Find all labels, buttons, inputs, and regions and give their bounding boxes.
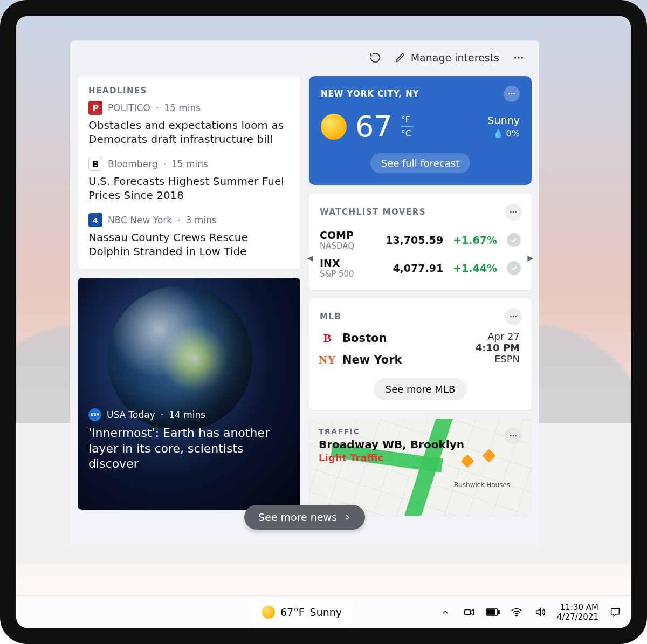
watchlist-more-icon[interactable] bbox=[505, 203, 522, 221]
team-row[interactable]: B Boston bbox=[321, 331, 402, 346]
svg-point-8 bbox=[515, 211, 517, 213]
svg-point-4 bbox=[511, 93, 513, 95]
stock-change: +1.44% bbox=[453, 262, 497, 274]
dot-sep: · bbox=[156, 102, 159, 113]
svg-point-13 bbox=[513, 435, 514, 437]
weather-more-icon[interactable] bbox=[504, 86, 520, 102]
see-full-forecast-button[interactable]: See full forecast bbox=[370, 153, 471, 173]
svg-point-1 bbox=[518, 57, 519, 58]
svg-marker-16 bbox=[471, 609, 474, 614]
taskbar-time: 11:30 AM bbox=[557, 602, 598, 612]
battery-icon[interactable] bbox=[486, 605, 500, 619]
stock-symbol: INX bbox=[320, 257, 380, 269]
news-interests-flyout: Manage interests HEADLINES P POLITICO · … bbox=[70, 40, 539, 545]
weather-location: NEW YORK CITY, NY bbox=[321, 89, 419, 99]
unit-f: °F bbox=[401, 114, 413, 125]
team-name: Boston bbox=[342, 332, 387, 345]
next-arrow-icon[interactable]: ▶ bbox=[527, 254, 533, 262]
sun-icon bbox=[321, 114, 347, 140]
game-network: ESPN bbox=[476, 353, 520, 365]
see-more-news-label: See more news bbox=[258, 511, 337, 523]
panel-toolbar: Manage interests bbox=[78, 46, 532, 76]
precip-row: 💧 0% bbox=[488, 128, 520, 139]
source-badge: 4 bbox=[88, 213, 102, 227]
news-title: U.S. Forecasts Highest Summer Fuel Price… bbox=[88, 174, 290, 202]
mets-logo-icon: NY bbox=[321, 352, 334, 367]
stock-price: 4,077.91 bbox=[389, 262, 443, 274]
time-ago: 15 mins bbox=[164, 102, 201, 113]
more-icon[interactable] bbox=[510, 49, 527, 66]
wifi-icon[interactable] bbox=[510, 605, 524, 619]
weather-condition: Sunny bbox=[488, 114, 520, 126]
game-time: 4:10 PM bbox=[476, 342, 520, 353]
check-icon[interactable] bbox=[507, 261, 521, 275]
svg-point-6 bbox=[510, 211, 512, 213]
watchlist-card: WATCHLIST MOVERS ◀ ▶ COMP NASDAQ 13,705.… bbox=[309, 194, 532, 290]
time-ago: 3 mins bbox=[186, 215, 217, 225]
news-item[interactable]: P POLITICO · 15 mins Obstacles and expec… bbox=[78, 101, 300, 157]
traffic-more-icon[interactable] bbox=[505, 427, 522, 444]
stock-index: S&P 500 bbox=[320, 269, 380, 279]
mlb-more-icon[interactable] bbox=[505, 308, 522, 325]
see-more-mlb-button[interactable]: See more MLB bbox=[374, 378, 467, 400]
unit-c: °C bbox=[401, 128, 413, 139]
svg-marker-21 bbox=[536, 608, 541, 615]
precip-value: 0% bbox=[506, 128, 520, 139]
taskbar: 67°F Sunny 11:30 AM 4/27/2021 bbox=[16, 595, 631, 628]
news-item[interactable]: 4 NBC New York · 3 mins Nassau County Cr… bbox=[78, 213, 300, 269]
taskbar-condition: Sunny bbox=[310, 606, 342, 618]
traffic-location: Broadway WB, Brooklyn bbox=[319, 438, 464, 451]
volume-icon[interactable] bbox=[533, 605, 547, 619]
action-center-icon[interactable] bbox=[608, 605, 622, 619]
manage-interests-label: Manage interests bbox=[411, 52, 499, 64]
news-item[interactable]: B Bloomberg · 15 mins U.S. Forecasts Hig… bbox=[78, 157, 300, 213]
time-ago: 15 mins bbox=[171, 159, 208, 169]
source-badge: B bbox=[88, 157, 102, 171]
source-badge: USA bbox=[88, 408, 101, 421]
svg-point-9 bbox=[510, 316, 512, 318]
chevron-right-icon bbox=[343, 513, 351, 521]
headlines-header: HEADLINES bbox=[88, 86, 147, 95]
weather-card[interactable]: NEW YORK CITY, NY 67 °F °C bbox=[309, 76, 532, 185]
pencil-icon bbox=[395, 52, 405, 63]
taskbar-temp: 67°F bbox=[280, 606, 305, 618]
svg-point-7 bbox=[513, 211, 514, 213]
see-more-news-button[interactable]: See more news bbox=[244, 505, 365, 530]
svg-rect-15 bbox=[465, 609, 471, 614]
stock-symbol: COMP bbox=[320, 229, 376, 241]
weather-temp: 67 bbox=[355, 109, 393, 143]
team-name: New York bbox=[342, 353, 402, 366]
taskbar-weather[interactable]: 67°F Sunny bbox=[251, 601, 353, 623]
svg-point-3 bbox=[508, 93, 510, 95]
traffic-header: TRAFFIC bbox=[319, 427, 464, 436]
meet-now-icon[interactable] bbox=[462, 605, 476, 619]
svg-point-10 bbox=[513, 316, 514, 318]
check-icon[interactable] bbox=[507, 233, 521, 247]
svg-point-14 bbox=[515, 435, 517, 437]
stock-price: 13,705.59 bbox=[386, 234, 443, 246]
news-title: Obstacles and expectations loom as Democ… bbox=[88, 118, 290, 146]
source-name: POLITICO bbox=[108, 102, 150, 113]
svg-rect-18 bbox=[498, 611, 499, 614]
traffic-status: Light Traffic bbox=[319, 452, 464, 463]
unit-toggle[interactable]: °F °C bbox=[401, 114, 413, 139]
manage-interests-button[interactable]: Manage interests bbox=[395, 52, 499, 64]
svg-point-11 bbox=[515, 316, 517, 318]
time-ago: 14 mins bbox=[169, 409, 205, 420]
feature-article-card[interactable]: USA USA Today · 14 mins 'Innermost': Ear… bbox=[78, 278, 300, 510]
prev-arrow-icon[interactable]: ◀ bbox=[307, 254, 313, 262]
taskbar-clock[interactable]: 11:30 AM 4/27/2021 bbox=[557, 602, 598, 622]
team-row[interactable]: NY New York bbox=[321, 352, 402, 367]
stock-row[interactable]: INX S&P 500 4,077.91 +1.44% bbox=[320, 254, 521, 282]
refresh-icon[interactable] bbox=[367, 49, 384, 66]
stock-row[interactable]: COMP NASDAQ 13,705.59 +1.67% bbox=[320, 226, 521, 254]
map-label: Bushwick Houses bbox=[454, 481, 510, 489]
redsox-logo-icon: B bbox=[321, 331, 334, 346]
dot-sep: · bbox=[163, 159, 166, 169]
feature-title: 'Innermost': Earth has another layer in … bbox=[88, 426, 290, 472]
traffic-card[interactable]: Bushwick Houses TRAFFIC Broadway WB, Bro… bbox=[309, 419, 532, 516]
mlb-card: MLB B Boston NY New York bbox=[309, 298, 532, 410]
game-date: Apr 27 bbox=[476, 331, 520, 342]
taskbar-date: 4/27/2021 bbox=[557, 612, 598, 622]
tray-chevron-up-icon[interactable] bbox=[438, 605, 452, 619]
